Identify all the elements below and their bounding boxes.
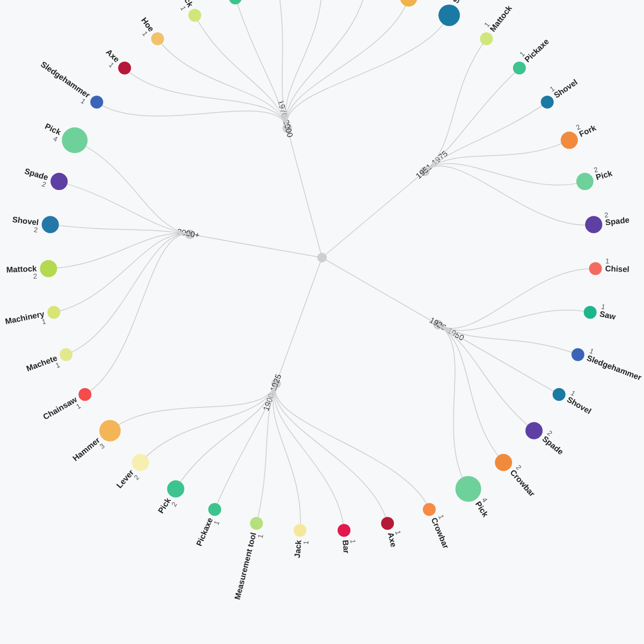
edge: [190, 235, 322, 258]
edge: [425, 166, 594, 225]
leaf-count: 2: [593, 165, 599, 174]
leaf-count: 1: [54, 361, 61, 370]
leaf-label: Pick: [43, 121, 63, 137]
leaf-node[interactable]: [525, 422, 543, 440]
leaf-count: 1: [256, 533, 265, 539]
leaf-node[interactable]: [513, 62, 526, 75]
edge: [287, 128, 322, 258]
leaf-count: 1: [569, 389, 577, 398]
leaf-node[interactable]: [584, 306, 597, 319]
leaf-count: 1: [79, 97, 87, 105]
leaf-node[interactable]: [589, 262, 602, 275]
leaf-node[interactable]: [294, 524, 306, 537]
leaf-node[interactable]: [60, 348, 72, 361]
leaf-node[interactable]: [47, 306, 60, 319]
leaf-label: Spade: [24, 166, 49, 182]
leaf-node[interactable]: [480, 32, 493, 45]
leaf-label: Lever: [114, 467, 135, 489]
leaf-count: 1: [107, 61, 116, 69]
edge: [273, 384, 301, 530]
leaf-label: Chainsaw: [41, 394, 78, 421]
leaf-node[interactable]: [132, 454, 149, 471]
leaf-node[interactable]: [167, 480, 184, 497]
edge: [125, 68, 287, 128]
leaf-label: Saw: [599, 309, 617, 321]
edge: [286, 0, 365, 128]
leaf-node[interactable]: [99, 420, 121, 442]
edge: [438, 325, 504, 463]
leaf-count: 2: [132, 473, 141, 481]
leaf-label: Pickaxe: [194, 516, 215, 547]
leaf-label: Mattock: [488, 3, 514, 33]
leaf-node[interactable]: [118, 62, 131, 75]
leaf-node[interactable]: [208, 503, 221, 516]
leaf-label: Crowbar: [430, 516, 451, 550]
leaf-count: 2: [33, 272, 37, 280]
edge: [50, 225, 190, 235]
leaf-count: 1: [605, 257, 610, 265]
edge: [275, 384, 387, 523]
leaf-node[interactable]: [229, 0, 241, 4]
leaf-node[interactable]: [90, 96, 103, 108]
edge: [274, 384, 344, 530]
leaf-node[interactable]: [381, 517, 394, 530]
leaf-count: 2: [41, 180, 47, 188]
leaf-node[interactable]: [438, 4, 460, 26]
edge: [158, 39, 288, 128]
leaf-node[interactable]: [561, 131, 578, 149]
leaf-label: Machete: [25, 353, 58, 373]
leaf-node[interactable]: [576, 173, 594, 190]
edge: [110, 384, 276, 431]
leaf-count: 1: [349, 539, 357, 543]
leaf-node[interactable]: [42, 216, 59, 233]
leaf-node[interactable]: [338, 524, 350, 537]
edge: [287, 0, 409, 128]
leaf-label: Hammer: [71, 435, 101, 463]
leaf-node[interactable]: [423, 503, 436, 516]
leaf-count: 1: [75, 402, 82, 411]
leaf-count: 1: [588, 347, 595, 356]
leaf-node[interactable]: [400, 0, 418, 6]
leaf-label: Machinery: [4, 309, 46, 326]
leaf-label: Sledgehammer: [39, 60, 92, 100]
edge: [438, 325, 535, 431]
leaf-count: 2: [33, 225, 38, 234]
leaf-node[interactable]: [151, 32, 164, 45]
edge: [54, 234, 189, 312]
leaf-node[interactable]: [572, 348, 584, 361]
leaf-label: Pick: [156, 496, 173, 515]
leaf-node[interactable]: [553, 388, 566, 401]
edge: [438, 325, 559, 394]
edge: [75, 140, 190, 234]
leaf-node[interactable]: [40, 260, 57, 277]
leaf-label: Chisel: [605, 264, 630, 274]
edge: [322, 171, 425, 258]
edge: [276, 258, 322, 384]
leaf-node[interactable]: [188, 9, 201, 21]
leaf-count: 1: [141, 30, 149, 38]
leaf-label: Crowbar: [509, 468, 537, 499]
leaf-node[interactable]: [250, 517, 263, 530]
leaf-node[interactable]: [456, 476, 481, 502]
leaf-label: Pickaxe: [523, 36, 551, 64]
leaf-node[interactable]: [50, 173, 68, 190]
leaf-node[interactable]: [585, 216, 602, 233]
leaf-count: 1: [179, 5, 188, 12]
leaf-label: Jack: [292, 539, 303, 558]
edge: [438, 268, 596, 328]
leaf-count: 3: [98, 442, 106, 450]
leaf-count: 1: [437, 514, 446, 521]
leaf-label: Shovel: [451, 0, 471, 5]
edge: [275, 384, 429, 509]
leaf-label: Shovel: [566, 394, 593, 415]
leaf-node[interactable]: [62, 127, 87, 153]
edge: [48, 233, 189, 269]
edge: [175, 384, 276, 489]
leaf-count: 1: [212, 519, 221, 526]
leaf-node[interactable]: [495, 454, 512, 471]
leaf-node[interactable]: [541, 96, 554, 108]
leaf-count: 1: [41, 317, 47, 326]
leaf-label: Spade: [541, 434, 566, 457]
leaf-node[interactable]: [78, 388, 91, 401]
edge: [287, 15, 449, 128]
